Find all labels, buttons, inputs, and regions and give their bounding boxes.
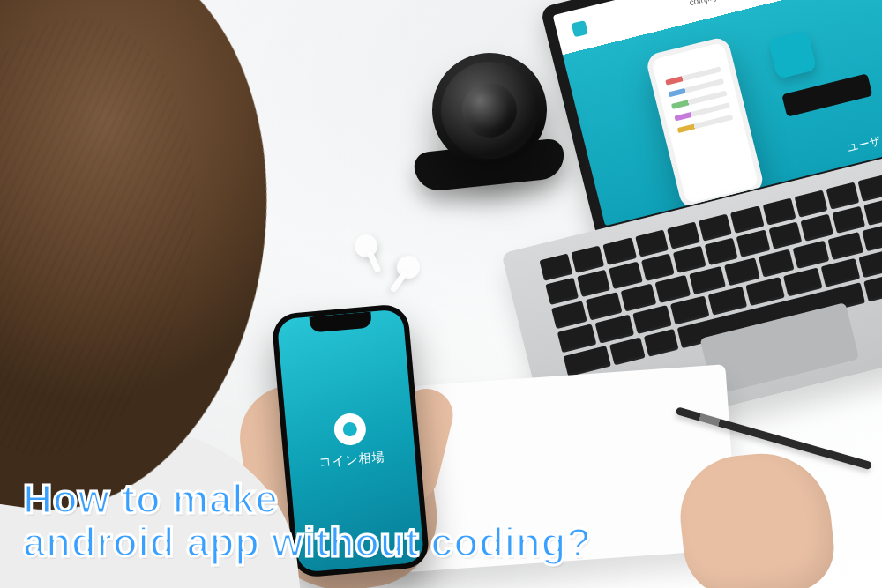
app-name-label: コイン相場: [318, 450, 385, 471]
phone-notch: [309, 311, 371, 332]
nav-brand: coinjinja: [688, 0, 721, 7]
headline-line-1: How to make: [23, 478, 592, 522]
headline-line-2: android app without coding?: [23, 521, 592, 565]
headline-overlay: How to make android app without coding?: [23, 478, 592, 565]
app-store-badge-icon: [781, 73, 872, 116]
review-heading: ユーザーレビュー: [846, 119, 882, 156]
hero-phone-mockup: [645, 36, 766, 211]
hair: [0, 0, 302, 536]
app-logo-icon: [333, 413, 367, 447]
app-icon: [768, 30, 818, 79]
right-hand: [675, 447, 839, 588]
hand-with-pen: [617, 400, 865, 588]
promo-scene: coinjinja ブログ スケジュール リサーチ ユーザーレビュー: [0, 0, 882, 588]
